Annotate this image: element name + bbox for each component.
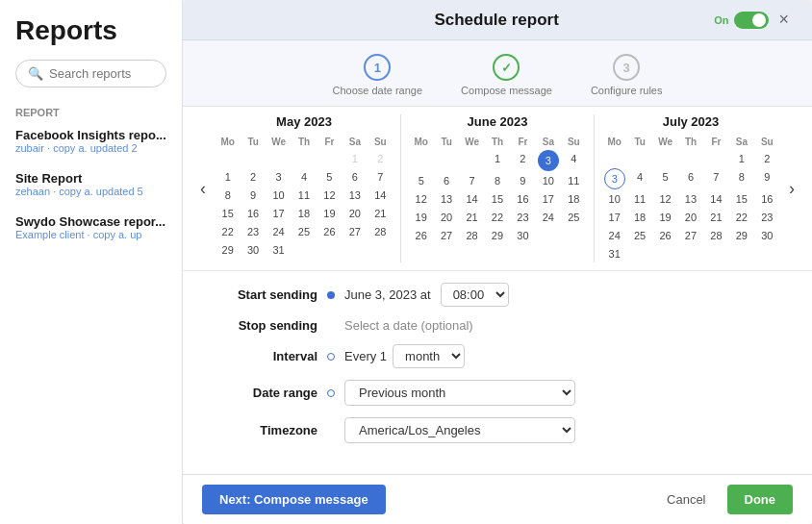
cal-day[interactable]: 29 (216, 241, 240, 259)
cal-day[interactable]: 24 (602, 227, 626, 244)
cal-day[interactable] (241, 150, 265, 167)
cal-day[interactable]: 28 (704, 227, 728, 244)
cal-day[interactable]: 30 (511, 227, 535, 244)
cal-day[interactable]: 20 (343, 205, 367, 222)
cal-day[interactable]: 2 (241, 168, 265, 186)
cal-day[interactable]: 28 (460, 227, 484, 244)
cal-day[interactable]: 31 (266, 241, 291, 259)
cal-day[interactable]: 23 (511, 209, 535, 226)
cal-day[interactable]: 5 (317, 168, 342, 186)
search-input[interactable] (49, 66, 154, 81)
cal-day[interactable]: 22 (216, 223, 240, 240)
cal-day[interactable]: 15 (485, 190, 509, 208)
cal-day-selected[interactable]: 3 (538, 150, 559, 171)
cal-day[interactable]: 13 (343, 187, 367, 204)
start-time-select[interactable]: 08:00 09:00 10:00 (441, 283, 509, 307)
cal-day[interactable]: 15 (729, 190, 753, 208)
cal-day[interactable]: 27 (434, 227, 458, 244)
cal-day[interactable]: 24 (266, 223, 291, 240)
cal-day[interactable]: 29 (729, 227, 753, 244)
cal-day[interactable]: 6 (434, 172, 458, 189)
timezone-select[interactable]: America/Los_Angeles America/New_York Eur… (344, 417, 575, 443)
cal-day[interactable]: 19 (409, 209, 433, 226)
cal-day[interactable] (653, 150, 677, 167)
cal-day[interactable]: 21 (368, 205, 393, 222)
cal-day[interactable] (317, 150, 342, 167)
done-button[interactable]: Done (727, 485, 794, 514)
next-button[interactable]: Next: Compose message (202, 485, 386, 514)
list-item[interactable]: Swydo Showcase repor... Example client ·… (15, 214, 166, 240)
cal-day[interactable]: 3 (266, 168, 291, 186)
cal-day[interactable]: 25 (562, 209, 586, 226)
cal-day[interactable]: 12 (409, 190, 433, 208)
step-2[interactable]: ✓ Compose message (461, 54, 552, 96)
cal-day[interactable]: 17 (266, 205, 291, 222)
cal-day[interactable]: 1 (343, 150, 367, 167)
list-item[interactable]: Facebook Insights repo... zubair · copy … (15, 128, 166, 154)
cal-day[interactable]: 12 (653, 190, 677, 208)
cal-day[interactable]: 13 (434, 190, 458, 208)
cal-day[interactable]: 20 (434, 209, 458, 226)
cal-day[interactable]: 4 (562, 150, 586, 171)
cal-day[interactable]: 21 (704, 209, 728, 226)
cal-day[interactable]: 16 (511, 190, 535, 208)
toggle-container[interactable]: On × (714, 10, 793, 30)
cal-day[interactable]: 20 (678, 209, 702, 226)
close-button[interactable]: × (774, 10, 793, 30)
cal-day[interactable]: 10 (602, 190, 626, 208)
cal-day[interactable]: 9 (241, 187, 265, 204)
cal-day[interactable]: 18 (627, 209, 651, 226)
cal-day[interactable] (460, 150, 484, 171)
cal-day[interactable]: 14 (460, 190, 484, 208)
cal-day[interactable] (434, 150, 458, 171)
cal-day[interactable]: 16 (755, 190, 779, 208)
cal-day[interactable]: 10 (266, 187, 291, 204)
toggle-switch[interactable] (734, 12, 769, 29)
cal-day[interactable]: 17 (536, 190, 560, 208)
cal-day[interactable]: 9 (511, 172, 535, 189)
cal-day[interactable]: 26 (653, 227, 677, 244)
cal-day[interactable]: 22 (485, 209, 509, 226)
prev-month-button[interactable]: ‹ (194, 114, 212, 262)
step-3[interactable]: 3 Configure rules (591, 54, 663, 96)
cal-day[interactable]: 19 (317, 205, 342, 222)
cal-day[interactable]: 13 (678, 190, 702, 208)
cal-day[interactable] (216, 150, 240, 167)
cal-day[interactable]: 19 (653, 209, 677, 226)
cal-day[interactable]: 7 (460, 172, 484, 189)
cal-day[interactable]: 10 (536, 172, 560, 189)
cal-day[interactable]: 5 (653, 168, 677, 189)
cal-day[interactable]: 21 (460, 209, 484, 226)
cal-day[interactable]: 24 (536, 209, 560, 226)
cal-day[interactable]: 1 (216, 168, 240, 186)
interval-unit-select[interactable]: month week day (393, 344, 465, 368)
cal-day[interactable] (266, 150, 291, 167)
cal-day[interactable]: 12 (317, 187, 342, 204)
cal-day[interactable]: 30 (755, 227, 779, 244)
cal-day[interactable] (704, 150, 728, 167)
cal-day[interactable]: 7 (368, 168, 393, 186)
cal-day[interactable] (627, 150, 651, 167)
cal-day[interactable]: 15 (216, 205, 240, 222)
cal-day[interactable]: 5 (409, 172, 433, 189)
next-month-button[interactable]: › (783, 114, 800, 262)
cal-day[interactable]: 8 (216, 187, 240, 204)
cal-day[interactable]: 14 (368, 187, 393, 204)
cal-day[interactable] (678, 150, 702, 167)
cal-day[interactable]: 29 (485, 227, 509, 244)
cal-day[interactable]: 2 (511, 150, 535, 171)
cancel-button[interactable]: Cancel (653, 485, 719, 514)
cal-day[interactable]: 11 (292, 187, 316, 204)
cal-day[interactable]: 2 (368, 150, 393, 167)
cal-day[interactable] (602, 150, 626, 167)
cal-day[interactable]: 23 (755, 209, 779, 226)
cal-day[interactable]: 1 (729, 150, 753, 167)
cal-day[interactable]: 28 (368, 223, 393, 240)
cal-day[interactable]: 23 (241, 223, 265, 240)
cal-day[interactable]: 9 (755, 168, 779, 189)
cal-day[interactable]: 27 (678, 227, 702, 244)
cal-day[interactable]: 18 (292, 205, 316, 222)
search-box[interactable]: 🔍 (15, 60, 166, 87)
cal-day[interactable]: 11 (627, 190, 651, 208)
cal-day[interactable]: 16 (241, 205, 265, 222)
